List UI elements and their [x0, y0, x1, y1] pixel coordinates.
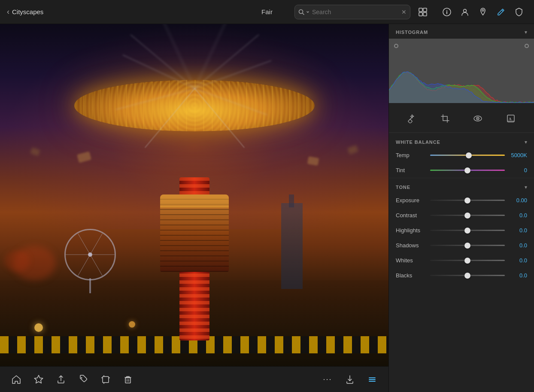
temp-thumb[interactable] — [466, 152, 472, 158]
svg-point-28 — [477, 118, 478, 119]
svg-point-8 — [446, 10, 447, 11]
exposure-thumb[interactable] — [464, 198, 470, 204]
share-button[interactable] — [53, 372, 69, 387]
bottom-left-icons — [9, 372, 136, 387]
contrast-slider-row: Contrast 0.0 — [389, 208, 534, 223]
bottom-toolbar: ··· — [0, 366, 388, 392]
search-dropdown-icon[interactable] — [298, 9, 309, 15]
svg-line-1 — [303, 13, 304, 15]
svg-rect-18 — [125, 378, 130, 383]
shadows-thumb[interactable] — [464, 243, 470, 249]
blacks-value[interactable]: 0.0 — [508, 272, 527, 279]
tone-header: TONE ▾ — [389, 178, 534, 193]
highlights-slider-row: Highlights 0.0 — [389, 223, 534, 238]
exposure-label: Exposure — [396, 197, 427, 204]
contrast-label: Contrast — [396, 212, 427, 219]
white-balance-title: WHITE BALANCE — [396, 140, 440, 145]
blacks-label: Blacks — [396, 272, 427, 279]
histogram-title: HISTOGRAM — [396, 30, 428, 35]
highlights-thumb[interactable] — [464, 228, 470, 234]
watermark-tool-btn[interactable]: A — [502, 110, 519, 127]
white-balance-chevron-icon[interactable]: ▾ — [525, 139, 527, 145]
whites-value[interactable]: 0.0 — [508, 257, 527, 264]
crop-bottom-button[interactable] — [98, 372, 113, 387]
white-balance-header: WHITE BALANCE ▾ — [389, 133, 534, 148]
trash-button[interactable] — [120, 372, 136, 387]
shadows-slider-row: Shadows 0.0 — [389, 238, 534, 253]
right-panel: HISTOGRAM ▾ — [388, 24, 534, 392]
temp-label: Temp — [396, 152, 427, 158]
svg-rect-25 — [408, 119, 413, 123]
top-right-toolbar — [439, 4, 527, 20]
tone-chevron-icon[interactable]: ▾ — [525, 184, 527, 190]
shadows-value[interactable]: 0.0 — [508, 242, 527, 249]
bottom-right-icons: ··· — [320, 372, 380, 387]
tint-value[interactable]: 0 — [508, 167, 527, 173]
highlights-value[interactable]: 0.0 — [508, 227, 527, 234]
tint-slider-row: Tint 0 — [389, 163, 534, 178]
home-button[interactable] — [9, 372, 24, 387]
star-button[interactable] — [31, 372, 46, 387]
crop-tool-btn[interactable] — [437, 110, 454, 127]
histogram-white-point[interactable] — [525, 44, 529, 48]
histogram-header: HISTOGRAM ▾ — [389, 24, 534, 39]
search-input[interactable] — [312, 9, 399, 15]
tint-label: Tint — [396, 167, 427, 173]
temp-slider-row: Temp 5000K — [389, 148, 534, 163]
whites-slider-row: Whites 0.0 — [389, 253, 534, 268]
svg-point-10 — [482, 9, 484, 11]
svg-rect-4 — [419, 12, 422, 16]
edit-button[interactable] — [493, 4, 509, 20]
shadows-slider[interactable] — [430, 245, 505, 246]
tag-button[interactable] — [76, 372, 91, 387]
shield-button[interactable] — [511, 4, 527, 20]
svg-point-9 — [464, 9, 467, 12]
list-view-button[interactable] — [364, 372, 380, 387]
more-button[interactable]: ··· — [320, 372, 335, 387]
tint-slider[interactable] — [430, 170, 505, 171]
temp-value[interactable]: 5000K — [508, 152, 527, 158]
svg-rect-2 — [419, 8, 422, 12]
main-content: ··· HIS — [0, 24, 534, 392]
edit-tools-bar: A — [389, 106, 534, 133]
histogram-black-point[interactable] — [394, 44, 398, 48]
blacks-thumb[interactable] — [464, 273, 470, 279]
whites-label: Whites — [396, 257, 427, 264]
blacks-slider-row: Blacks 0.0 — [389, 268, 534, 283]
album-title: Cityscapes — [12, 8, 43, 15]
person-button[interactable] — [457, 4, 473, 20]
auto-enhance-tool[interactable] — [404, 110, 421, 127]
tone-sliders: Exposure 0.00 Contrast 0.0 Highlights 0.… — [389, 193, 534, 283]
tint-thumb[interactable] — [464, 167, 470, 173]
whites-slider[interactable] — [430, 260, 505, 261]
back-chevron-icon: ‹ — [7, 7, 9, 16]
location-button[interactable] — [475, 4, 491, 20]
blacks-slider[interactable] — [430, 275, 505, 276]
svg-rect-5 — [423, 12, 427, 16]
exposure-slider[interactable] — [430, 200, 505, 201]
svg-rect-3 — [423, 8, 427, 12]
shadows-label: Shadows — [396, 242, 427, 249]
contrast-value[interactable]: 0.0 — [508, 212, 527, 219]
back-button[interactable]: ‹ Cityscapes — [7, 7, 43, 16]
highlights-slider[interactable] — [430, 230, 505, 231]
grid-view-button[interactable] — [416, 5, 430, 19]
svg-rect-13 — [103, 377, 109, 383]
download-button[interactable] — [342, 372, 358, 387]
svg-point-12 — [81, 377, 82, 378]
search-clear-icon[interactable]: ✕ — [401, 9, 407, 15]
whites-thumb[interactable] — [464, 258, 470, 264]
histogram-canvas — [389, 39, 534, 103]
svg-line-11 — [502, 10, 503, 11]
svg-text:A: A — [509, 117, 512, 121]
temp-slider[interactable] — [430, 155, 505, 156]
histogram-chevron-icon[interactable]: ▾ — [525, 29, 527, 35]
selective-tool-btn[interactable] — [469, 110, 486, 127]
exposure-value[interactable]: 0.00 — [508, 197, 527, 204]
info-button[interactable] — [439, 4, 455, 20]
photo-area[interactable] — [0, 24, 388, 366]
contrast-slider[interactable] — [430, 215, 505, 216]
contrast-thumb[interactable] — [464, 213, 470, 219]
tone-title: TONE — [396, 185, 410, 190]
search-bar: ✕ — [294, 5, 410, 19]
